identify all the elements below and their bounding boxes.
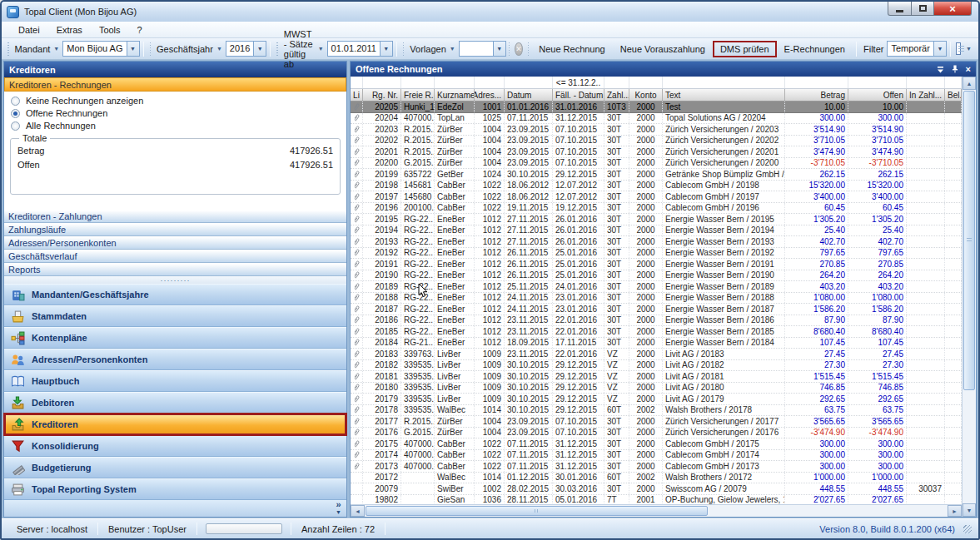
filter-cell-adres[interactable] [475,77,505,88]
column-header-zahl[interactable]: Zahl... [604,89,629,101]
scroll-right-arrow[interactable]: ► [948,505,962,517]
toolbar-grip[interactable] [7,42,9,56]
table-row[interactable]: 20180339535..LivBer100930.10.201529.12.2… [351,383,962,394]
filter-cell-in-zahl[interactable] [907,77,945,88]
table-filter-row[interactable]: <= 31.12.2.. [351,77,962,89]
table-row[interactable]: 20200G.2015..ZürBer100423.09.201507.10.2… [351,158,962,170]
table-row[interactable]: 20182339535..LivBer100930.10.201529.12.2… [351,360,962,372]
table-row[interactable]: 20195RG-22..EneBer101227.11.201526.01.20… [351,214,962,225]
filter-cell-text[interactable] [663,77,785,88]
vorlagen-dropdown[interactable]: Vorlagen▼ [406,42,458,56]
table-row[interactable]: 20203R.2015..ZürBer100423.09.201507.10.2… [351,124,962,136]
table-row[interactable]: 20193RG-22..EneBer101227.11.201526.01.20… [351,236,962,248]
table-row[interactable]: 20197145680CabBer102218.06.201212.07.201… [351,191,962,203]
sidebar-item-kontenplane[interactable]: Kontenpläne [4,327,346,349]
table-row[interactable]: 20201R.2015..ZürBer100423.09.201507.10.2… [351,146,962,158]
scroll-down-arrow[interactable]: ▼ [963,503,976,517]
sidebar-section-kreditoren-rechnungen[interactable]: Kreditoren - Rechnungen [4,77,346,92]
column-header-adres[interactable]: Adres... [475,89,505,101]
table-row[interactable]: 20189RG-22..EneBer101225.11.201524.01.20… [351,281,962,293]
column-header-li[interactable]: Li [351,89,363,101]
toolbar-grip[interactable] [509,42,510,56]
horizontal-scroll-thumb[interactable] [366,506,708,516]
sidebar-section-geschaftsverlauf[interactable]: Geschäftsverlauf [4,250,346,263]
table-row[interactable]: 20181339535..LivBer100930.10.201529.12.2… [351,371,962,383]
panel-close-icon[interactable]: × [966,65,971,74]
menu-item-tools[interactable]: Tools [91,23,129,37]
filter-cell-konto[interactable] [629,77,663,88]
filter-cell-rg-nr[interactable] [363,77,401,88]
sidebar-overflow-button[interactable]: »▼ [4,500,346,517]
sidebar-section-kreditoren-zahlungen[interactable]: Kreditoren - Zahlungen [4,210,346,223]
table-row[interactable]: 20205Hunki_1EdeZol100101.01.201631.01.20… [351,102,962,113]
pin-icon[interactable] [952,65,958,73]
column-header-betrag[interactable]: Betrag [785,89,848,101]
toolbar-grip[interactable] [403,42,405,56]
neue-vorauszahlung-button[interactable]: Neue Vorauszahlung [613,42,713,57]
geschaeftsjahr-dropdown[interactable]: Geschäftsjahr▼ [153,42,226,56]
sidebar-item-stammdaten[interactable]: Stammdaten [4,305,346,327]
toolbar-grip[interactable] [150,42,152,56]
radio-offene-rechnungen[interactable]: Offene Rechnungen [4,107,346,119]
horizontal-scrollbar[interactable]: ◄ ► [351,504,962,517]
radio-keine-rechnungen-anzeigen[interactable]: Keine Rechnungen anzeigen [4,94,346,107]
column-header-freie-r[interactable]: Freie R.. [401,89,435,101]
sidebar-item-debitoren[interactable]: Debitoren [4,392,346,414]
table-row[interactable]: 20199635722GetBer102430.10.201529.12.201… [351,169,962,181]
table-row[interactable]: 20175407000..CabBer102207.11.201531.12.2… [351,438,962,450]
filter-cell-fall-datum[interactable]: <= 31.12.2.. [553,77,604,88]
mwst-combo[interactable]: 01.01.2011▼ [327,41,393,57]
filter-cell-zahl[interactable] [604,77,629,88]
table-row[interactable]: 20174407000..CabBer102207.11.201531.12.2… [351,450,962,462]
column-header-rg-nr[interactable]: Rg. Nr. [363,89,401,101]
document-dropdown[interactable]: ▼ [963,44,975,53]
chevron-down-icon[interactable]: ▼ [933,42,946,56]
minimize-button[interactable] [888,2,912,16]
sidebar-splitter[interactable]: ········· [4,276,346,284]
sidebar-section-zahlungslaufe[interactable]: Zahlungsläufe [4,223,346,236]
table-row[interactable]: 19802GieSan103628.11.201505.01.20167T200… [351,495,962,505]
table-row[interactable]: 20190RG-22..EneBer101226.11.201525.01.20… [351,270,962,282]
table-row[interactable]: 20079SwiBer100228.02.201530.03.201630T20… [351,483,962,495]
column-header-fall-datum[interactable]: Fäll. - Datum [553,89,604,101]
table-row[interactable]: 20202R.2015..ZürBer100423.09.201507.10.2… [351,136,962,147]
table-row[interactable]: 20178339535..WalBec101430.10.201529.12.2… [351,405,962,417]
neue-rechnung-button[interactable]: Neue Rechnung [531,42,613,57]
column-header-bel[interactable]: Bel... [945,89,962,101]
sidebar-item-konsolidierung[interactable]: Konsolidierung [4,435,346,457]
table-row[interactable]: 20204407000..TopLan102507.11.201531.12.2… [351,113,962,125]
filter-cell-kurzname[interactable] [435,77,475,88]
sidebar-item-adressen-personenkonten[interactable]: Adressen/Personenkonten [4,349,346,370]
sidebar-item-mandanten-geschaftsjahre[interactable]: Mandanten/Geschäftsjahre [4,284,346,305]
sidebar-section-reports[interactable]: Reports [4,263,346,276]
mandant-dropdown[interactable]: Mandant▼ [12,42,63,56]
table-row[interactable]: 20185RG-22..EneBer101223.11.201522.01.20… [351,326,962,338]
sidebar-item-kreditoren[interactable]: Kreditoren [4,414,346,435]
vertical-scrollbar[interactable]: ▲ ▼ [962,77,976,517]
table-row[interactable]: 20173407000..CabBer102207.11.201531.12.2… [351,461,962,473]
filter-cell-betrag[interactable] [785,77,848,88]
menu-item-item[interactable]: ? [129,23,151,37]
sidebar-item-budgetierung[interactable]: Budgetierung [4,457,346,478]
scroll-up-arrow[interactable]: ▲ [963,77,976,90]
mwst-dropdown[interactable]: MWST - Sätze gültig ab▼ [281,27,327,71]
table-row[interactable]: 20187RG-22..EneBer101224.11.201523.01.20… [351,304,962,315]
pin-menu-icon[interactable] [937,66,944,73]
chevron-down-icon[interactable]: ▼ [380,42,392,56]
sidebar-item-topal-reporting-system[interactable]: Topal Reporting System [4,478,346,500]
resize-grip[interactable] [963,525,972,533]
clear-template-button[interactable]: ✕ [515,42,523,56]
scroll-left-arrow[interactable]: ◄ [351,505,365,517]
table-row[interactable]: 20183339763..LivBer100923.11.201522.01.2… [351,349,962,360]
table-row[interactable]: 20179339535..LivBer100930.10.201529.12.2… [351,394,962,405]
column-header-datum[interactable]: Datum [505,89,553,101]
table-row[interactable]: 20172WalBec101401.12.201530.01.201660T20… [351,473,962,484]
filter-cell-bel[interactable] [945,77,962,88]
chevron-down-icon[interactable]: ▼ [493,42,505,56]
filter-cell-offen[interactable] [848,77,907,88]
toolbar-grip[interactable] [276,42,278,56]
filter-cell-freie-r[interactable] [401,77,435,88]
column-header-in-zahl[interactable]: In Zahl... [907,89,945,101]
table-row[interactable]: 20176G.2015..ZürBer100423.09.201507.10.2… [351,428,962,439]
dms-prufen-button-highlighted[interactable]: DMS prüfen [713,41,777,57]
